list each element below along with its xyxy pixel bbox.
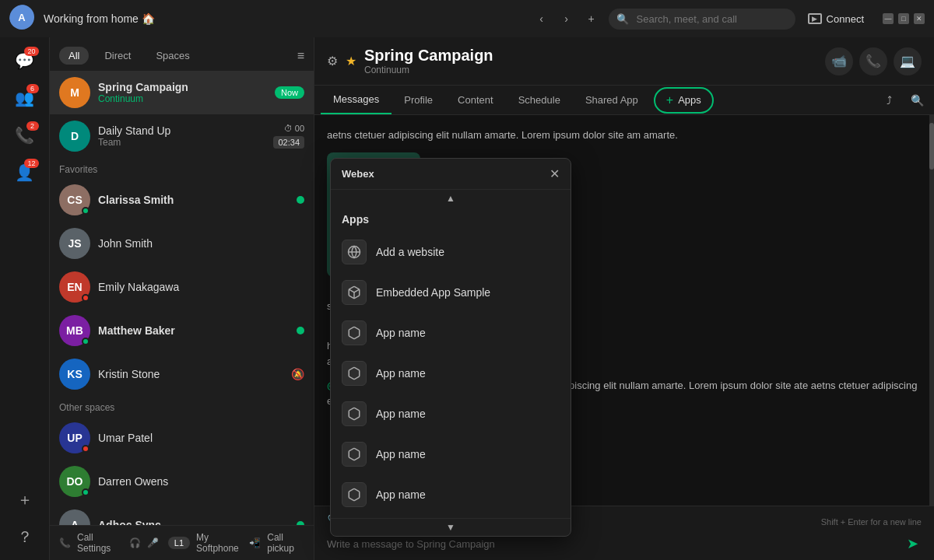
popup-item-app1[interactable]: App name bbox=[331, 313, 571, 353]
popup-item-app2[interactable]: App name bbox=[331, 353, 571, 394]
call-settings-icon[interactable]: 📞 bbox=[59, 537, 71, 548]
add-btn[interactable]: + bbox=[581, 8, 602, 30]
popup-item-app4[interactable]: App name bbox=[331, 434, 571, 474]
avatar-emily: EN bbox=[59, 271, 90, 303]
contact-item-kristin[interactable]: KS Kristin Stone 🔕 bbox=[50, 352, 314, 396]
avatar-matthew: MB bbox=[59, 315, 90, 346]
box-icon-app4 bbox=[342, 442, 367, 467]
minimize-btn[interactable]: — bbox=[883, 13, 894, 24]
tab-all[interactable]: All bbox=[59, 47, 89, 65]
avatar-spring-campaign: M bbox=[59, 77, 90, 108]
chat-tabs: Messages Profile Content Schedule Shared… bbox=[314, 86, 934, 115]
contact-meta-adhoc bbox=[297, 521, 304, 525]
popup-scroll-up[interactable]: ▲ bbox=[331, 190, 571, 207]
tab-spaces[interactable]: Spaces bbox=[146, 47, 198, 65]
contact-info-john: John Smith bbox=[98, 237, 304, 250]
contact-meta-clarissa bbox=[297, 196, 304, 204]
avatar-john: JS bbox=[59, 228, 90, 259]
softphone-badge[interactable]: L1 bbox=[168, 537, 190, 549]
softphone-label: My Softphone bbox=[196, 532, 243, 554]
contact-item-matthew[interactable]: MB Matthew Baker bbox=[50, 309, 314, 352]
contacts-panel: All Direct Spaces ≡ M Spring Campaign Co… bbox=[50, 37, 314, 560]
avatar-clarissa: CS bbox=[59, 184, 90, 215]
contact-item-darren[interactable]: DO Darren Owens bbox=[50, 460, 314, 503]
status-matthew bbox=[82, 338, 90, 345]
tab-direct[interactable]: Direct bbox=[95, 47, 140, 65]
contact-item-john[interactable]: JS John Smith bbox=[50, 222, 314, 265]
connect-button[interactable]: ▶ Connect bbox=[802, 10, 870, 28]
audio-call-btn[interactable]: 📞 bbox=[859, 47, 887, 75]
contact-name-kristin: Kristin Stone bbox=[98, 368, 283, 380]
popup-item-label-app5: App name bbox=[376, 488, 426, 501]
headset-icon: 🎧 bbox=[129, 537, 141, 548]
popup-item-embedded-app[interactable]: Embedded App Sample bbox=[331, 272, 571, 313]
tab-content[interactable]: Content bbox=[445, 86, 506, 114]
sidebar-item-help[interactable]: ？ bbox=[8, 520, 42, 554]
contact-info-spring-campaign: Spring Campaign Continuum bbox=[98, 81, 267, 104]
sidebar-item-add[interactable]: ＋ bbox=[8, 482, 42, 516]
user-avatar[interactable]: A bbox=[9, 5, 37, 33]
contact-item-umar[interactable]: UP Umar Patel bbox=[50, 416, 314, 460]
maximize-btn[interactable]: □ bbox=[898, 13, 909, 24]
contact-item-daily-standup[interactable]: D Daily Stand Up Team ⏱ 00 02:34 bbox=[50, 114, 314, 158]
avatar-adhoc: A bbox=[59, 509, 90, 525]
tab-messages[interactable]: Messages bbox=[321, 86, 392, 114]
tab-profile[interactable]: Profile bbox=[392, 86, 445, 114]
contact-meta-daily-standup: ⏱ 00 02:34 bbox=[273, 124, 304, 149]
contact-name-emily: Emily Nakagawa bbox=[98, 281, 304, 293]
call-pickup-label[interactable]: Call pickup bbox=[267, 532, 304, 554]
sidebar-item-teams[interactable]: 👥 6 bbox=[8, 81, 42, 115]
contact-info-kristin: Kristin Stone bbox=[98, 368, 283, 380]
contact-item-emily[interactable]: EN Emily Nakagawa bbox=[50, 265, 314, 309]
popup-item-app3[interactable]: App name bbox=[331, 394, 571, 434]
tab-shared-app[interactable]: Shared App bbox=[573, 86, 651, 114]
video-call-btn[interactable]: 📹 bbox=[825, 47, 853, 75]
close-btn[interactable]: ✕ bbox=[914, 13, 925, 24]
popup-item-add-website[interactable]: Add a website bbox=[331, 232, 571, 272]
contact-item-spring-campaign[interactable]: M Spring Campaign Continuum Now bbox=[50, 71, 314, 114]
status-clarissa bbox=[82, 207, 90, 215]
search-chat-btn[interactable]: 🔍 bbox=[906, 89, 928, 111]
sidebar-item-contacts[interactable]: 👤 12 bbox=[8, 156, 42, 190]
tab-schedule[interactable]: Schedule bbox=[506, 86, 573, 114]
search-input[interactable] bbox=[609, 9, 795, 30]
message-input[interactable] bbox=[327, 538, 904, 550]
favorites-label: Favorites bbox=[50, 158, 314, 178]
connect-icon: ▶ bbox=[808, 13, 822, 24]
contact-item-adhoc[interactable]: A Adhoc Sync bbox=[50, 503, 314, 525]
sidebar-item-messaging[interactable]: 💬 20 bbox=[8, 44, 42, 78]
window-controls: — □ ✕ bbox=[883, 13, 925, 24]
sidebar-item-calling[interactable]: 📞 2 bbox=[8, 118, 42, 152]
box-icon-app5 bbox=[342, 482, 367, 507]
search-icon: 🔍 bbox=[616, 13, 629, 25]
status-emily bbox=[82, 294, 90, 302]
contact-name-umar: Umar Patel bbox=[98, 432, 304, 444]
popup-list: Add a website Embedded App Sample bbox=[331, 229, 571, 518]
popup-item-app5[interactable]: App name bbox=[331, 474, 571, 515]
thread-icon-btn[interactable]: ⤴ bbox=[878, 89, 900, 111]
send-button[interactable]: ➤ bbox=[904, 535, 922, 552]
now-badge: Now bbox=[275, 86, 304, 99]
add-icon: ＋ bbox=[17, 489, 33, 510]
contact-meta-matthew bbox=[297, 327, 304, 334]
screen-share-btn[interactable]: 💻 bbox=[894, 47, 922, 75]
contact-name-matthew: Matthew Baker bbox=[98, 324, 289, 337]
settings-gear-icon[interactable]: ⚙ bbox=[327, 54, 338, 68]
contact-item-clarissa[interactable]: CS Clarissa Smith bbox=[50, 178, 314, 222]
chat-header: ⚙ ★ Spring Campaign Continuum 📹 📞 💻 bbox=[314, 37, 934, 86]
contact-info-adhoc: Adhoc Sync bbox=[98, 519, 289, 525]
popup-item-label-app1: App name bbox=[376, 327, 426, 339]
back-btn[interactable]: ‹ bbox=[531, 8, 553, 30]
contact-info-matthew: Matthew Baker bbox=[98, 324, 289, 337]
nav-arrows: ‹ › + bbox=[531, 8, 602, 30]
call-settings-label[interactable]: Call Settings bbox=[77, 532, 120, 554]
star-icon[interactable]: ★ bbox=[346, 54, 356, 68]
forward-btn[interactable]: › bbox=[556, 8, 578, 30]
popup-scroll-down[interactable]: ▼ bbox=[331, 518, 571, 536]
filter-icon[interactable]: ≡ bbox=[297, 49, 304, 63]
webex-popup: Webex ✕ ▲ Apps Add a website bbox=[330, 158, 571, 537]
popup-close-button[interactable]: ✕ bbox=[550, 166, 560, 181]
apps-tab-button[interactable]: + Apps bbox=[654, 87, 714, 114]
contacts-badge: 12 bbox=[24, 159, 38, 168]
calling-badge: 2 bbox=[26, 121, 39, 131]
